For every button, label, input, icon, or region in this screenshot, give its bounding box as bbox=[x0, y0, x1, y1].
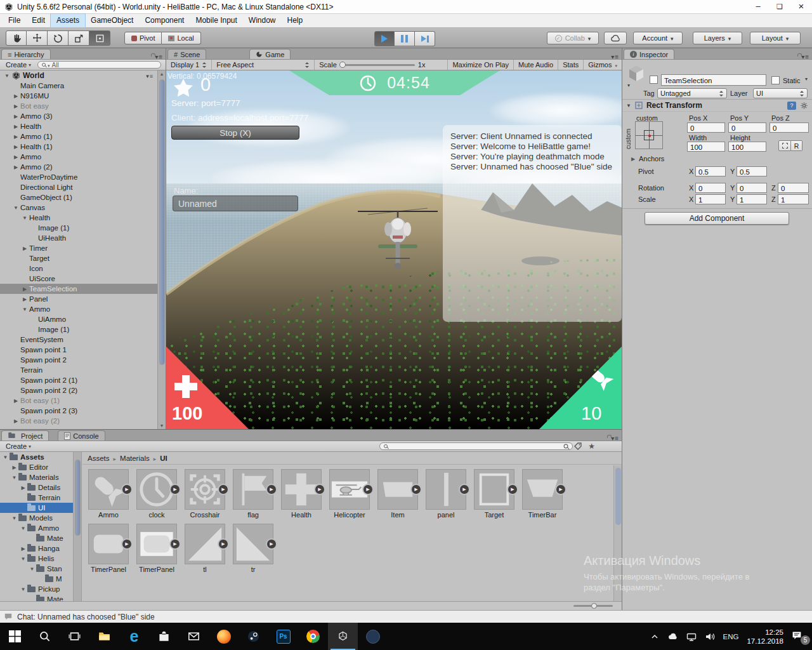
hierarchy-item-world[interactable]: ▼World bbox=[0, 70, 157, 81]
foldout-arrow[interactable]: ▼ bbox=[626, 103, 631, 109]
expand-arrow[interactable]: ▶ bbox=[10, 465, 18, 470]
expand-arrow[interactable]: ▶ bbox=[20, 296, 29, 302]
hierarchy-item-ammo[interactable]: ▶Ammo bbox=[0, 152, 157, 162]
display-dropdown[interactable]: Display 1 bbox=[166, 60, 212, 70]
expand-arrow[interactable]: ▼ bbox=[10, 475, 18, 481]
raw-mode-button[interactable]: R bbox=[791, 140, 802, 151]
active-checkbox[interactable] bbox=[650, 76, 658, 84]
asset-timerbar[interactable]: ▶TimerBar bbox=[518, 465, 566, 520]
menu-help[interactable]: Help bbox=[282, 14, 309, 27]
taskbar-store-icon[interactable] bbox=[149, 623, 179, 650]
hierarchy-item-timer[interactable]: ▶Timer bbox=[0, 243, 157, 253]
pivot-y-field[interactable]: 0.5 bbox=[737, 166, 767, 176]
taskbar-unity-icon[interactable] bbox=[328, 623, 358, 650]
expand-arrow[interactable]: ▶ bbox=[11, 144, 20, 150]
hierarchy-item-spawn-point-2-2[interactable]: Spawn point 2 (2) bbox=[0, 385, 157, 395]
expand-arrow[interactable]: ▶ bbox=[19, 485, 27, 491]
item-menu-icon[interactable] bbox=[146, 72, 154, 79]
search-by-label-icon[interactable] bbox=[574, 442, 582, 450]
pos-y-field[interactable]: 0 bbox=[728, 123, 766, 133]
hierarchy-item-bot-easy-2[interactable]: ▶Bot easy (2) bbox=[0, 416, 157, 426]
hierarchy-item-panel[interactable]: ▶Panel bbox=[0, 294, 157, 304]
slider-knob[interactable] bbox=[591, 603, 597, 609]
breadcrumb-assets[interactable]: Assets bbox=[88, 454, 110, 462]
stats-button[interactable]: Stats bbox=[558, 60, 583, 70]
project-folder-details[interactable]: ▶Details bbox=[0, 482, 73, 493]
menu-edit[interactable]: Edit bbox=[26, 14, 51, 27]
taskbar-start-icon[interactable] bbox=[0, 623, 30, 650]
hierarchy-item-gameobject-1[interactable]: GameObject (1) bbox=[0, 192, 157, 202]
taskbar-file-explorer-icon[interactable] bbox=[89, 623, 119, 650]
asset-preview-arrow[interactable]: ▶ bbox=[121, 538, 133, 550]
project-folder-helis[interactable]: ▼Helis bbox=[0, 554, 73, 564]
expand-arrow[interactable]: ▶ bbox=[11, 93, 20, 99]
expand-arrow[interactable]: ▶ bbox=[11, 154, 20, 160]
expand-arrow[interactable]: ▼ bbox=[28, 566, 36, 572]
project-search-input[interactable] bbox=[379, 442, 573, 450]
hierarchy-item-health[interactable]: ▼Health bbox=[0, 213, 157, 223]
blueprint-mode-button[interactable] bbox=[778, 140, 791, 151]
asset-clock[interactable]: ▶clock bbox=[133, 465, 181, 520]
hierarchy-item-eventsystem[interactable]: EventSystem bbox=[0, 335, 157, 345]
layout-dropdown[interactable]: Layout bbox=[750, 32, 801, 44]
width-field[interactable]: 100 bbox=[687, 142, 725, 152]
collab-dropdown[interactable]: Collab bbox=[547, 32, 599, 44]
project-folder-mate[interactable]: Mate bbox=[0, 594, 73, 601]
step-button[interactable] bbox=[415, 31, 435, 46]
asset-grid-scrollbar[interactable] bbox=[613, 465, 622, 601]
pause-button[interactable] bbox=[395, 31, 415, 46]
menu-assets[interactable]: Assets bbox=[51, 14, 85, 27]
tab-game[interactable]: Game bbox=[249, 49, 291, 59]
expand-arrow[interactable]: ▶ bbox=[11, 134, 20, 140]
stop-button[interactable]: Stop (X) bbox=[171, 126, 299, 140]
hierarchy-item-icon[interactable]: Icon bbox=[0, 263, 157, 274]
asset-helicopter[interactable]: ▶Helicopter bbox=[325, 465, 374, 520]
scale-z-field[interactable]: 1 bbox=[778, 194, 809, 204]
language-indicator[interactable]: ENG bbox=[723, 633, 739, 640]
rotate-tool-button[interactable] bbox=[48, 30, 69, 46]
asset-tr[interactable]: ▶tr bbox=[229, 520, 277, 574]
statusbar[interactable]: Chat: Unnamed has choosed "Blue" side bbox=[0, 610, 812, 623]
hierarchy-item-main-camera[interactable]: Main Camera bbox=[0, 81, 157, 91]
mute-audio-button[interactable]: Mute Audio bbox=[513, 60, 558, 70]
taskbar-search-icon[interactable] bbox=[30, 623, 60, 650]
hierarchy-item-ammo-1[interactable]: ▶Ammo (1) bbox=[0, 131, 157, 142]
asset-preview-arrow[interactable]: ▶ bbox=[169, 484, 181, 495]
hierarchy-item-ammo[interactable]: ▼Ammo bbox=[0, 304, 157, 314]
hierarchy-item-spawn-point-2[interactable]: Spawn point 2 bbox=[0, 355, 157, 365]
expand-arrow[interactable]: ▼ bbox=[19, 587, 27, 592]
asset-health[interactable]: ▶Health bbox=[277, 465, 325, 520]
restore-button[interactable] bbox=[769, 0, 790, 14]
rotation-x-field[interactable]: 0 bbox=[695, 183, 726, 193]
project-folder-editor[interactable]: ▶Editor bbox=[0, 462, 73, 472]
minimize-button[interactable] bbox=[747, 0, 769, 14]
hierarchy-item-uiscore[interactable]: UiScore bbox=[0, 274, 157, 284]
asset-tl[interactable]: ▶tl bbox=[181, 520, 229, 574]
add-component-button[interactable]: Add Component bbox=[645, 212, 789, 225]
expand-arrow[interactable]: ▼ bbox=[19, 556, 27, 562]
taskbar-photoshop-icon[interactable] bbox=[268, 623, 298, 650]
hierarchy-item-canvas[interactable]: ▼Canvas bbox=[0, 202, 157, 213]
hierarchy-item-directional-light[interactable]: Directional Light bbox=[0, 182, 157, 192]
asset-preview-arrow[interactable]: ▶ bbox=[507, 484, 518, 495]
menu-file[interactable]: File bbox=[3, 14, 26, 27]
hierarchy-search-input[interactable]: All bbox=[37, 61, 161, 69]
project-folder-mate[interactable]: Mate bbox=[0, 533, 73, 543]
hierarchy-item-ammo-2[interactable]: ▶Ammo (2) bbox=[0, 162, 157, 172]
menu-component[interactable]: Component bbox=[139, 14, 190, 27]
expand-arrow[interactable]: ▶ bbox=[19, 546, 27, 552]
expand-arrow[interactable]: ▶ bbox=[11, 114, 20, 119]
rect-tool-button[interactable] bbox=[89, 30, 110, 46]
play-button[interactable] bbox=[374, 31, 395, 46]
slider-knob[interactable] bbox=[339, 62, 346, 68]
asset-preview-arrow[interactable]: ▶ bbox=[314, 484, 325, 495]
expand-arrow[interactable]: ▼ bbox=[3, 73, 11, 79]
tab-project[interactable]: Project bbox=[1, 430, 49, 441]
pivot-x-field[interactable]: 0.5 bbox=[695, 166, 726, 176]
expand-arrow[interactable]: ▼ bbox=[1, 454, 10, 460]
taskbar-mail-icon[interactable] bbox=[179, 623, 209, 650]
taskbar-edge-icon[interactable] bbox=[119, 623, 149, 650]
project-folder-materials[interactable]: ▼Materials bbox=[0, 472, 73, 482]
hierarchy-item-ammo-3[interactable]: ▶Ammo (3) bbox=[0, 111, 157, 121]
asset-preview-arrow[interactable]: ▶ bbox=[410, 484, 422, 495]
